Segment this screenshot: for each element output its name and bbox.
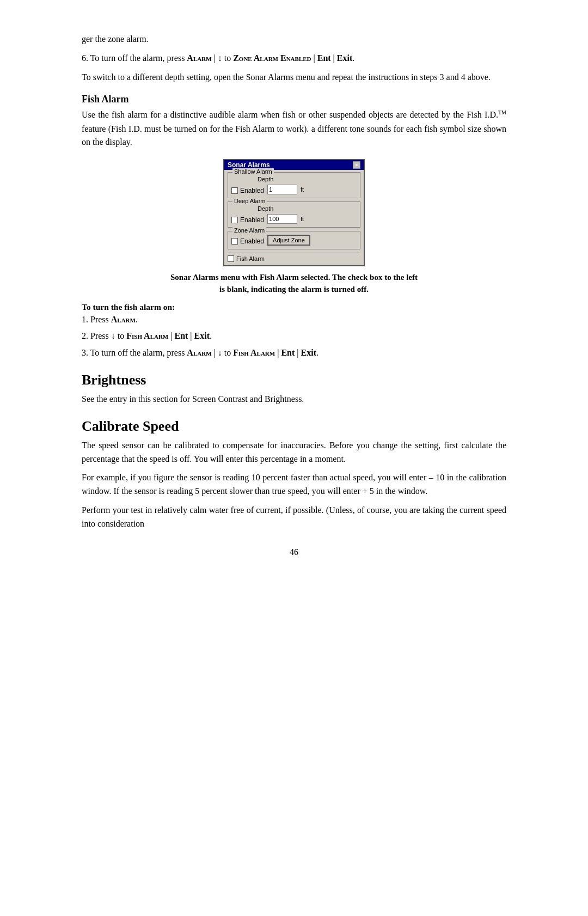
shallow-alarm-group: Shallow Alarm Depth Enabled 1 ft [228,172,360,198]
alarm-key: Alarm [187,53,211,63]
calibrate-body3: Perform your test in relatively calm wat… [82,504,506,531]
fish-alarm-body: Use the fish alarm for a distinctive aud… [82,108,506,149]
step2-sep2: | [188,331,194,340]
dialog-body: Shallow Alarm Depth Enabled 1 ft [224,170,364,265]
shallow-enabled-row: Enabled [231,187,264,194]
step3-alarm-key: Alarm [187,348,211,357]
step3-sep1: | [275,348,281,357]
fish-alarm-row: Fish Alarm [228,253,360,262]
step2-text2: to [115,331,126,340]
sep2: | [331,53,337,63]
step2-ent: Ent [174,331,188,340]
ent-key: Ent [317,53,331,63]
shallow-ft-label: ft [301,186,304,193]
step1-num: 1. Press [82,315,111,324]
zone-alarm-group: Zone Alarm Enabled Adjust Zone [228,231,360,249]
step3-period: . [316,348,318,357]
brightness-body: See the entry in this section for Screen… [82,393,506,406]
sep1: | [311,53,317,63]
dialog-title: Sonar Alarms [228,161,270,169]
brightness-heading: Brightness [82,372,506,388]
caption-line1: Sonar Alarms menu with Fish Alarm select… [82,272,506,284]
step3-pipe-arrow: | ↓ [212,348,222,357]
shallow-depth-row: Enabled 1 ft [231,185,357,194]
intro-text: ger the zone alarm. [82,33,506,46]
sonar-alarms-dialog: Sonar Alarms × Shallow Alarm Depth Enabl… [223,159,365,266]
step3-sep2: | [295,348,301,357]
switch-text: To switch to a different depth setting, … [82,71,506,84]
step3-fish-alarm-key: Fish Alarm [233,348,275,357]
deep-depth-label-above: Depth [258,205,357,212]
deep-ft-label: ft [301,216,304,222]
calibrate-heading: Calibrate Speed [82,418,506,435]
calibrate-body2: For example, if you figure the sensor is… [82,471,506,498]
step6-paragraph: 6. To turn off the alarm, press Alarm | … [82,52,506,65]
step2-exit: Exit [194,331,210,340]
zone-alarm-row: Enabled Adjust Zone [231,235,357,246]
step3-text: 3. To turn off the alarm, press [82,348,187,357]
shallow-alarm-label: Shallow Alarm [232,168,274,175]
step2-arrow: ↓ [111,331,115,340]
exit-key: Exit [337,53,352,63]
deep-depth-row: Enabled 100 ft [231,214,357,224]
step6-arrow: | ↓ [212,53,222,63]
page-content: ger the zone alarm. 6. To turn off the a… [82,0,506,916]
deep-alarm-group: Deep Alarm Depth Enabled 100 ft [228,201,360,228]
shallow-enabled-checkbox[interactable] [231,187,238,194]
calibrate-body1: The speed sensor can be calibrated to co… [82,439,506,466]
caption-line2: is blank, indicating the alarm is turned… [82,284,506,296]
shallow-depth-input[interactable]: 1 [267,185,297,194]
page-number: 46 [82,547,506,557]
step6-text-before: 6. To turn off the alarm, press [82,53,187,63]
step3-line: 3. To turn off the alarm, press Alarm | … [82,346,506,360]
zone-enabled-checkbox[interactable] [231,238,238,245]
step1-line: 1. Press Alarm. [82,313,506,327]
step1-alarm-key: Alarm [111,315,136,324]
step1-period: . [136,315,138,324]
close-button[interactable]: × [353,161,360,169]
step6-text-mid: to [222,53,233,63]
deep-enabled-checkbox[interactable] [231,217,238,223]
dialog-wrapper: Sonar Alarms × Shallow Alarm Depth Enabl… [82,159,506,266]
deep-alarm-label: Deep Alarm [232,198,267,204]
shallow-enabled-label: Enabled [240,187,264,194]
deep-depth-input[interactable]: 100 [267,214,297,224]
deep-enabled-label: Enabled [240,216,264,224]
zone-alarm-enabled-key: Zone Alarm Enabled [233,53,311,63]
fish-alarm-checkbox[interactable] [228,255,234,262]
period: . [352,53,354,63]
fish-alarm-dialog-label: Fish Alarm [236,255,265,262]
step2-line: 2. Press ↓ to Fish Alarm | Ent | Exit. [82,329,506,343]
zone-alarm-label: Zone Alarm [232,227,266,234]
step2-sep1: | [168,331,174,340]
step2-fish-alarm-key: Fish Alarm [126,331,168,340]
zone-enabled-label: Enabled [240,237,264,245]
step3-text2: to [222,348,233,357]
step2-text: 2. Press [82,331,111,340]
adjust-zone-button[interactable]: Adjust Zone [267,235,310,246]
turn-on-label: To turn the fish alarm on: [82,302,506,312]
zone-enabled-row: Enabled [231,237,264,245]
fish-alarm-heading: Fish Alarm [82,94,506,105]
shallow-depth-label-above: Depth [258,176,357,182]
step3-exit: Exit [301,348,316,357]
deep-enabled-row: Enabled [231,216,264,224]
step2-period: . [210,331,212,340]
step3-ent: Ent [281,348,295,357]
dialog-caption: Sonar Alarms menu with Fish Alarm select… [82,272,506,296]
